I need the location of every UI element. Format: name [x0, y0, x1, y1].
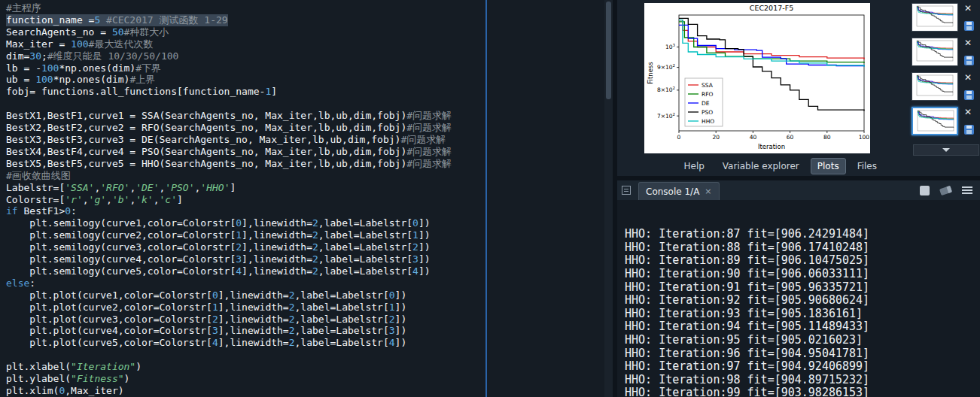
code-token: ])	[418, 229, 431, 241]
tab-help[interactable]: Help	[677, 158, 711, 174]
thumbnails-dropdown-button[interactable]	[913, 144, 979, 156]
code-token: ],linewidth=	[218, 314, 289, 325]
code-line[interactable]: #画收敛曲线图	[6, 170, 71, 182]
editor-scrollbar-thumb[interactable]	[606, 2, 611, 99]
svg-text:RFO: RFO	[702, 91, 714, 98]
code-line[interactable]: plt.xlim(0,Max_iter)	[6, 385, 124, 397]
plot-thumbnail[interactable]	[912, 38, 958, 66]
code-token: 3	[389, 325, 395, 336]
code-token: ])	[395, 289, 407, 301]
plot-thumbnail[interactable]	[912, 107, 958, 135]
code-line[interactable]: BestX5,BestF5,curve5 = HHO(SearchAgents_…	[6, 158, 452, 170]
code-token: 'b'	[112, 194, 129, 205]
plots-pane: CEC2017-F51039×1028×1027×102020406080100…	[617, 0, 980, 176]
code-token: :	[29, 277, 35, 289]
thumbnail-plot	[913, 108, 957, 134]
code-line[interactable]: plt.plot(curve5,color=Colorstr[4],linewi…	[6, 337, 406, 349]
code-token: )	[124, 373, 130, 384]
code-token: 0	[389, 289, 395, 301]
code-line[interactable]: SearchAgents_no = 50#种群大小	[6, 26, 169, 38]
code-token: 2	[389, 314, 395, 325]
save-plot-icon[interactable]	[964, 90, 974, 100]
code-token: 'PSO'	[165, 182, 194, 193]
tab-variable-explorer[interactable]: Variable explorer	[716, 158, 806, 174]
thumbnail-actions: ✕	[964, 73, 974, 100]
code-token: 1	[236, 229, 242, 241]
console-line: HHO: Iteration:88 fit=[906.17410248]	[625, 241, 972, 255]
code-line[interactable]: plt.plot(curve1,color=Colorstr[0],linewi…	[6, 289, 406, 302]
code-line[interactable]: plt.xlabel("Iteration")	[6, 361, 142, 373]
thumbnail-actions: ✕	[964, 4, 974, 31]
console-output[interactable]: HHO: Iteration:87 fit=[906.24291484]HHO:…	[617, 200, 980, 397]
code-line[interactable]: plt.plot(curve3,color=Colorstr[2],linewi…	[6, 314, 406, 326]
code-line[interactable]: BestX3,BestF3,curve3 = DE(SearchAgents_n…	[6, 134, 446, 146]
code-line[interactable]: if BestF1>0:	[6, 205, 77, 217]
plot-thumbnail[interactable]	[912, 3, 958, 32]
code-token: 100	[35, 74, 53, 85]
close-plot-icon[interactable]: ✕	[964, 4, 974, 13]
code-token: #维度只能是 10/30/50/100	[47, 50, 179, 62]
code-line[interactable]	[6, 349, 12, 361]
console-line: HHO: Iteration:91 fit=[905.96335721]	[625, 281, 972, 295]
code-line[interactable]: plt.plot(curve2,color=Colorstr[1],linewi…	[6, 302, 406, 314]
code-token: 0	[65, 205, 71, 217]
close-console-icon[interactable]: ×	[705, 187, 711, 195]
plot-thumbnail[interactable]	[912, 72, 958, 101]
code-line[interactable]: plt.semilogy(curve1,color=Colorstr[0],li…	[6, 217, 431, 229]
code-token: 2	[212, 314, 218, 325]
code-line[interactable]: ub = 100*np.ones(dim)#上界	[6, 74, 155, 86]
svg-text:Iteration: Iteration	[758, 143, 785, 150]
code-token: #问题求解	[406, 146, 452, 157]
code-line[interactable]: BestX1,BestF1,curve1 = SSA(SearchAgents_…	[6, 110, 452, 122]
tab-console-1a[interactable]: Console 1/A ×	[638, 182, 720, 200]
code-line[interactable]: lb = -100*np.ones(dim)#下界	[6, 62, 161, 74]
browse-tabs-icon[interactable]	[622, 186, 631, 195]
code-line[interactable]: #主程序	[6, 2, 41, 14]
code-line[interactable]: dim=30;#维度只能是 10/30/50/100	[6, 50, 178, 62]
thumbnail-actions: ✕	[964, 38, 974, 65]
code-line[interactable]: Max_iter = 100#最大迭代次数	[6, 38, 153, 50]
code-line[interactable]: Colorstr=['r','g','b','k','c']	[6, 194, 183, 206]
close-plot-icon[interactable]: ✕	[964, 38, 974, 47]
code-token: ,	[83, 194, 89, 205]
code-line[interactable]: plt.semilogy(curve3,color=Colorstr[2],li…	[6, 241, 431, 253]
code-line[interactable]: BestX2,BestF2,curve2 = RFO(SearchAgents_…	[6, 122, 452, 134]
code-line[interactable]: plt.semilogy(curve2,color=Colorstr[1],li…	[6, 229, 431, 241]
svg-text:60: 60	[787, 134, 794, 141]
code-token: 'DE'	[135, 182, 159, 193]
code-token: ])	[395, 337, 407, 348]
code-token: 0	[412, 217, 418, 229]
pane-square-icon[interactable]	[920, 186, 930, 195]
console-tab-label: Console 1/A	[646, 186, 699, 197]
code-line[interactable]: plt.semilogy(curve5,color=Colorstr[4],li…	[6, 265, 431, 277]
tab-plots[interactable]: Plots	[811, 158, 846, 174]
code-line[interactable]: plt.semilogy(curve4,color=Colorstr[3],li…	[6, 253, 431, 265]
code-token: *np.ones(dim)	[59, 62, 135, 74]
code-line[interactable]: plt.ylabel("Fitness")	[6, 373, 129, 385]
code-area[interactable]: #主程序function_name =5 #CEC2017 测试函数 1-29S…	[6, 2, 452, 397]
code-token: ],linewidth=	[242, 229, 312, 241]
code-line[interactable]: plt.plot(curve4,color=Colorstr[3],linewi…	[6, 325, 406, 337]
save-plot-icon[interactable]	[964, 21, 974, 31]
code-line[interactable]: fobj= functions.all_functions[function_n…	[6, 86, 277, 98]
console-pane[interactable]: Console 1/A × HHO: Iteration:87 fit=[906…	[617, 180, 980, 397]
save-plot-icon[interactable]	[964, 56, 974, 65]
code-line[interactable]: Labelstr=['SSA','RFO','DE','PSO','HHO']	[6, 182, 236, 194]
code-token: ,label=Labelstr[	[295, 325, 389, 336]
editor-scrollbar[interactable]	[604, 0, 613, 397]
code-line[interactable]: else:	[6, 277, 35, 289]
eraser-icon[interactable]	[939, 185, 952, 195]
close-plot-icon[interactable]: ✕	[964, 108, 974, 117]
code-line[interactable]	[6, 98, 12, 110]
code-token: ;	[41, 50, 47, 62]
code-editor-pane[interactable]: #主程序function_name =5 #CEC2017 测试函数 1-29S…	[0, 0, 613, 397]
close-plot-icon[interactable]: ✕	[964, 73, 974, 82]
save-plot-icon[interactable]	[964, 125, 974, 135]
options-menu-icon[interactable]	[962, 186, 972, 194]
svg-text:100: 100	[859, 134, 870, 141]
code-line[interactable]: function_name =5 #CEC2017 测试函数 1-29	[6, 14, 228, 26]
tab-files[interactable]: Files	[851, 158, 884, 174]
code-token: 2	[312, 253, 318, 265]
code-token: dim=	[6, 50, 29, 62]
code-line[interactable]: BestX4,BestF4,curve4 = PSO(SearchAgents_…	[6, 146, 452, 158]
